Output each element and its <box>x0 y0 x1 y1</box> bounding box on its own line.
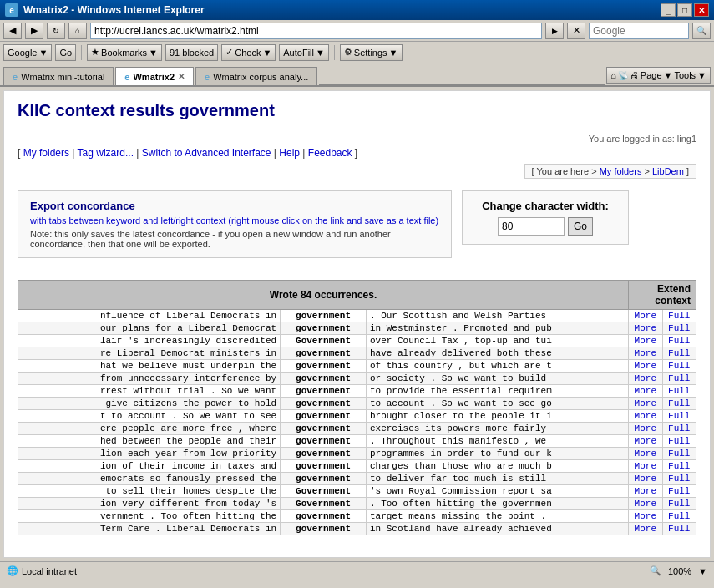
row-full-4[interactable]: Full <box>662 360 696 373</box>
row-right-16: target means missing the point . <box>366 510 628 523</box>
switch-interface-link[interactable]: Switch to Advanced Interface <box>142 147 271 159</box>
row-right-5: or society . So we want to build <box>366 373 628 385</box>
autofill-button[interactable]: AutoFill ▼ <box>279 44 329 61</box>
title-bar: e Wmatrix2 - Windows Internet Explorer _… <box>0 0 714 20</box>
char-width-input[interactable] <box>498 217 565 236</box>
star-icon: ★ <box>91 47 99 58</box>
back-button[interactable]: ◀ <box>3 23 22 39</box>
row-keyword-1: government <box>281 322 367 335</box>
row-full-17[interactable]: Full <box>662 523 696 535</box>
table-row: t to account . So we want to see governm… <box>18 410 696 423</box>
row-more-15[interactable]: More <box>629 498 662 510</box>
row-more-13[interactable]: More <box>629 473 662 485</box>
results-table: Wrote 84 occurrences. Extend context nfl… <box>18 280 696 535</box>
my-folders-link[interactable]: My folders <box>23 147 69 159</box>
check-button[interactable]: ✓ Check ▼ <box>221 44 276 61</box>
tab-close-1[interactable]: ✕ <box>178 72 185 81</box>
settings-button[interactable]: ⚙ Settings ▼ <box>340 44 403 61</box>
row-more-8[interactable]: More <box>629 410 662 423</box>
row-more-9[interactable]: More <box>629 423 662 435</box>
url-input[interactable] <box>94 25 538 37</box>
row-full-0[interactable]: Full <box>662 310 696 322</box>
row-more-10[interactable]: More <box>629 435 662 448</box>
row-more-11[interactable]: More <box>629 448 662 460</box>
row-full-15[interactable]: Full <box>662 498 696 510</box>
row-more-6[interactable]: More <box>629 385 662 398</box>
bookmarks-button[interactable]: ★ Bookmarks ▼ <box>87 44 162 61</box>
row-more-4[interactable]: More <box>629 360 662 373</box>
export-link[interactable]: with tabs between keyword and left/right… <box>30 215 438 226</box>
zoom-icon: 🔍 <box>650 565 661 576</box>
maximize-button[interactable]: □ <box>677 3 692 17</box>
browser-icon: e <box>5 3 18 17</box>
search-input[interactable] <box>593 25 685 37</box>
row-more-2[interactable]: More <box>629 335 662 347</box>
minimize-button[interactable]: _ <box>661 3 676 17</box>
row-full-14[interactable]: Full <box>662 485 696 498</box>
row-full-6[interactable]: Full <box>662 385 696 398</box>
feedback-link[interactable]: Feedback <box>308 147 352 159</box>
row-full-12[interactable]: Full <box>662 460 696 473</box>
logged-in-label: You are logged in as: ling1 <box>589 134 696 144</box>
status-right: 🔍 100% ▼ <box>650 565 707 576</box>
forward-button[interactable]: ▶ <box>25 23 43 39</box>
go-toolbar-button[interactable]: Go <box>55 44 76 61</box>
table-row: ere people are more free , where governm… <box>18 423 696 435</box>
row-more-16[interactable]: More <box>629 510 662 523</box>
row-full-5[interactable]: Full <box>662 373 696 385</box>
tab-0[interactable]: e Wmatrix mini-tutorial <box>3 67 114 85</box>
navigation-bar: ◀ ▶ ↻ ⌂ ▶ ✕ 🔍 <box>0 20 714 42</box>
row-full-13[interactable]: Full <box>662 473 696 485</box>
breadcrumb-folders-link[interactable]: My folders <box>600 166 642 176</box>
char-width-input-group: Go <box>474 217 616 236</box>
blocked-button[interactable]: 91 blocked <box>165 44 218 61</box>
row-keyword-9: government <box>281 423 367 435</box>
refresh-button[interactable]: ↻ <box>47 23 65 39</box>
close-button[interactable]: ✕ <box>694 3 709 17</box>
tab-icon-0: e <box>13 72 18 82</box>
tab-1[interactable]: e Wmatrix2 ✕ <box>115 67 194 85</box>
occurrences-header: Wrote 84 occurrences. <box>18 281 629 310</box>
refresh-stop-button[interactable]: ✕ <box>567 23 585 39</box>
breadcrumb-libdem-link[interactable]: LibDem <box>652 166 684 176</box>
tag-wizard-link[interactable]: Tag wizard... <box>78 147 134 159</box>
row-left-10: hed between the people and their <box>18 435 281 448</box>
row-full-3[interactable]: Full <box>662 347 696 360</box>
row-full-7[interactable]: Full <box>662 398 696 410</box>
tools-label: Tools <box>674 70 696 80</box>
row-full-16[interactable]: Full <box>662 510 696 523</box>
row-more-17[interactable]: More <box>629 523 662 535</box>
print-icon: 🖨 <box>630 70 639 80</box>
row-full-9[interactable]: Full <box>662 423 696 435</box>
row-full-1[interactable]: Full <box>662 322 696 335</box>
nav-links: [ My folders | Tag wizard... | Switch to… <box>18 147 696 159</box>
google-toolbar[interactable]: Google ▼ <box>3 44 52 61</box>
row-more-12[interactable]: More <box>629 460 662 473</box>
tab-2[interactable]: e Wmatrix corpus analy... <box>195 67 317 85</box>
breadcrumb-label: You are here > <box>537 166 597 176</box>
rss-icon: 📡 <box>618 71 628 80</box>
row-full-2[interactable]: Full <box>662 335 696 347</box>
search-go-button[interactable]: 🔍 <box>692 23 711 39</box>
help-link[interactable]: Help <box>279 147 300 159</box>
bookmarks-label: Bookmarks <box>101 48 147 58</box>
row-more-3[interactable]: More <box>629 347 662 360</box>
row-right-4: of this country , but which are t <box>366 360 628 373</box>
row-full-10[interactable]: Full <box>662 435 696 448</box>
page-tools[interactable]: ⌂ 📡 🖨 Page ▼ Tools ▼ <box>606 67 711 84</box>
table-row: Term Care . Liberal Democrats in governm… <box>18 523 696 535</box>
char-width-go-button[interactable]: Go <box>568 217 593 236</box>
row-more-14[interactable]: More <box>629 485 662 498</box>
row-more-5[interactable]: More <box>629 373 662 385</box>
table-row: lion each year from low-priority governm… <box>18 448 696 460</box>
row-full-11[interactable]: Full <box>662 448 696 460</box>
row-more-1[interactable]: More <box>629 322 662 335</box>
go-button[interactable]: ▶ <box>545 23 564 39</box>
row-full-8[interactable]: Full <box>662 410 696 423</box>
row-right-12: charges than those who are much b <box>366 460 628 473</box>
row-more-0[interactable]: More <box>629 310 662 322</box>
row-more-7[interactable]: More <box>629 398 662 410</box>
go-label: Go <box>59 48 72 58</box>
home-button[interactable]: ⌂ <box>68 23 87 39</box>
row-keyword-6: government <box>281 385 367 398</box>
